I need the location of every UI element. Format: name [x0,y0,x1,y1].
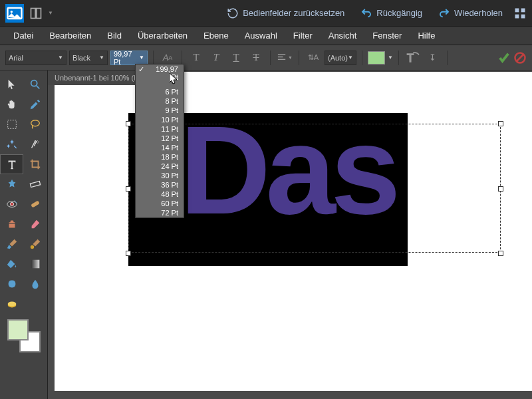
healing-tool-icon[interactable] [24,194,47,214]
undo-button[interactable]: Rückgängig [355,5,428,22]
dd-item[interactable]: 11 Pt [136,124,184,134]
underline-icon[interactable]: T [227,51,245,65]
menu-hilfe[interactable]: Hilfe [410,27,443,45]
sponge-tool-icon[interactable] [0,294,23,314]
straighten-tool-icon[interactable] [24,174,47,194]
dd-item[interactable]: 8 Pt [136,96,184,106]
leading-value: (Auto) [328,54,348,62]
move-tool-icon[interactable] [0,74,23,94]
svg-point-27 [7,301,16,306]
menu-ansicht[interactable]: Ansicht [321,27,365,45]
svg-point-1 [11,10,13,13]
options-bar: Arial▼ Black▼ 99,97 Pt▼ AA T T T T ▼ ⇅A … [0,45,532,70]
layout-icon[interactable] [29,7,43,20]
svg-rect-7 [521,14,525,18]
app-icon[interactable] [5,4,24,23]
hand-tool-icon[interactable] [0,94,23,114]
redeye-tool-icon[interactable] [0,194,23,214]
menu-bar: Datei Bearbeiten Bild Überarbeiten Ebene… [0,27,532,45]
strike-icon[interactable]: T [247,51,265,65]
dd-item[interactable]: 48 Pt [136,190,184,199]
handle-tl[interactable] [126,121,131,126]
shape-tool-icon[interactable] [0,274,23,294]
font-size-combo[interactable]: 99,97 Pt▼ [110,51,148,65]
foreground-swatch[interactable] [7,319,29,340]
font-family-combo[interactable]: Arial▼ [5,51,66,65]
lasso-tool-icon[interactable] [24,114,47,134]
clone-tool-icon[interactable] [0,214,23,234]
menu-ueberarbeiten[interactable]: Überarbeiten [130,27,196,45]
handle-mr[interactable] [498,186,503,192]
type-tool-icon[interactable] [0,154,23,174]
leading-icon[interactable]: ⇅A [305,51,322,65]
font-size-value: 99,97 Pt [114,50,139,66]
bold-icon[interactable]: T [188,51,205,65]
svg-point-14 [31,80,37,86]
gradient-tool-icon[interactable] [24,254,47,274]
svg-rect-6 [515,14,519,18]
warp-text-icon[interactable]: T [404,51,422,65]
magic-wand-tool-icon[interactable] [0,134,23,154]
handle-br[interactable] [498,251,503,256]
svg-rect-4 [515,8,519,12]
eyedropper-tool-icon[interactable] [24,94,47,114]
reset-panels-button[interactable]: Bedienfelder zurücksetzen [221,5,350,22]
font-size-dropdown[interactable]: ✓199,97 Pt 6 Pt 8 Pt 9 Pt 10 Pt 11 Pt 12… [135,64,184,218]
color-swatches[interactable] [7,319,41,352]
top-bar: ▼ Bedienfelder zurücksetzen Rückgängig W… [0,0,532,27]
menu-fenster[interactable]: Fenster [364,27,410,45]
eraser-tool-icon[interactable] [24,214,47,234]
dd-item[interactable]: 60 Pt [136,199,184,208]
svg-line-15 [37,86,40,89]
redo-button[interactable]: Wiederholen [433,5,508,22]
text-color-swatch[interactable] [368,51,385,65]
italic-icon[interactable]: T [207,51,225,65]
font-style-value: Black [72,54,90,62]
dd-item[interactable]: 72 Pt [136,208,184,217]
anti-alias-icon[interactable]: AA [159,51,176,65]
selection-bounds[interactable] [128,124,501,253]
text-orient-icon[interactable]: ↧ [424,51,442,65]
menu-bild[interactable]: Bild [99,27,130,45]
undo-label: Rückgängig [376,8,422,18]
brush-tool-icon[interactable] [0,234,23,254]
dd-item[interactable]: 14 Pt [136,143,184,152]
redo-label: Wiederholen [454,8,503,18]
dd-item[interactable]: 12 Pt [136,134,184,143]
svg-point-17 [31,120,40,126]
blur-tool-icon[interactable] [24,274,47,294]
empty-tool [24,294,47,314]
marquee-tool-icon[interactable] [0,114,23,134]
handle-bl[interactable] [126,251,131,256]
svg-rect-3 [37,8,41,18]
commit-icon[interactable] [497,51,511,65]
cursor-icon [170,73,180,86]
menu-auswahl[interactable]: Auswahl [237,27,285,45]
dd-item[interactable]: 18 Pt [136,152,184,162]
cancel-icon[interactable] [513,51,527,65]
dd-item[interactable]: 24 Pt [136,162,184,171]
dd-item[interactable]: 36 Pt [136,180,184,190]
dd-item[interactable]: 6 Pt [136,87,184,96]
dd-item[interactable]: 10 Pt [136,115,184,124]
handle-ml[interactable] [126,186,131,192]
svg-point-24 [31,245,34,249]
font-style-combo[interactable]: Black▼ [69,51,108,65]
leading-combo[interactable]: (Auto)▼ [325,51,356,65]
align-icon[interactable]: ▼ [276,51,293,65]
svg-rect-16 [7,120,16,129]
cookie-cutter-tool-icon[interactable] [0,174,23,194]
handle-tr[interactable] [498,121,503,126]
dd-item[interactable]: 30 Pt [136,171,184,180]
zoom-tool-icon[interactable] [24,74,47,94]
smart-brush-tool-icon[interactable] [24,234,47,254]
quick-select-tool-icon[interactable] [24,134,47,154]
bucket-tool-icon[interactable] [0,254,23,274]
panels-icon[interactable] [513,7,527,20]
crop-tool-icon[interactable] [24,154,47,174]
menu-ebene[interactable]: Ebene [196,27,237,45]
menu-filter[interactable]: Filter [285,27,321,45]
dd-item[interactable]: 9 Pt [136,106,184,115]
menu-bearbeiten[interactable]: Bearbeiten [41,27,99,45]
menu-datei[interactable]: Datei [5,27,41,45]
